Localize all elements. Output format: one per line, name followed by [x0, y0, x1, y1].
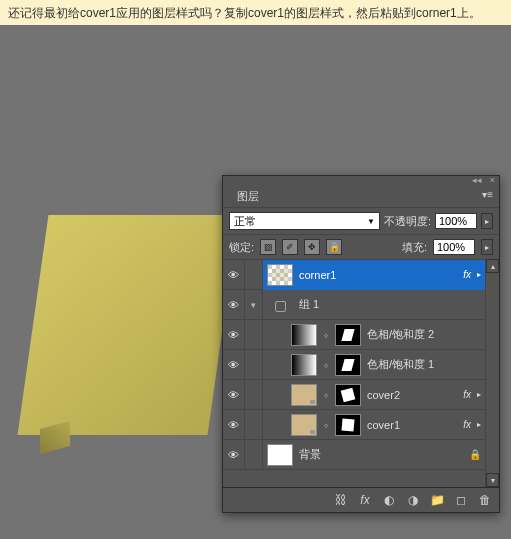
layer-list: 👁 corner1 fx ▸ 👁 ▾ ▢ 组 1 👁	[223, 259, 485, 487]
document-preview	[18, 215, 239, 435]
fx-badge[interactable]: fx	[463, 269, 471, 280]
fx-badge[interactable]: fx	[463, 389, 471, 400]
link-icon: ⬨	[323, 419, 329, 430]
layer-name: cover2	[367, 389, 457, 401]
panel-topbar: ◂◂ ×	[223, 176, 499, 184]
eye-icon[interactable]: 👁	[223, 260, 245, 290]
mask-thumbnail	[335, 324, 361, 346]
link-col[interactable]	[245, 320, 263, 350]
mask-thumbnail	[335, 354, 361, 376]
chevron-down-icon: ▼	[367, 217, 375, 226]
opacity-input[interactable]: 100%	[435, 213, 477, 229]
layer-name: 色相/饱和度 2	[367, 327, 481, 342]
eye-icon[interactable]: 👁	[223, 440, 245, 470]
layers-tab[interactable]: 图层	[227, 186, 269, 207]
link-col[interactable]	[245, 380, 263, 410]
lock-transparent-icon[interactable]: ▨	[260, 239, 276, 255]
lock-pixels-icon[interactable]: ✐	[282, 239, 298, 255]
opacity-label: 不透明度:	[384, 214, 431, 229]
layer-row[interactable]: 👁 ▾ ▢ 组 1	[223, 289, 485, 319]
hint-bar: 还记得最初给cover1应用的图层样式吗？复制cover1的图层样式，然后粘贴到…	[0, 0, 511, 28]
link-col[interactable]	[245, 350, 263, 380]
fx-badge[interactable]: fx	[463, 419, 471, 430]
layer-name: cover1	[367, 419, 457, 431]
panel-menu-icon[interactable]: ▾≡	[476, 186, 499, 207]
collapse-icon[interactable]: ◂◂	[472, 175, 482, 185]
fx-button[interactable]: fx	[354, 491, 376, 509]
close-icon[interactable]: ×	[490, 175, 495, 185]
layer-thumbnail	[291, 414, 317, 436]
layer-thumbnail	[291, 384, 317, 406]
layer-name: corner1	[299, 269, 457, 281]
link-icon: ⬨	[323, 389, 329, 400]
layer-row[interactable]: 👁 ⬨ 色相/饱和度 1	[223, 349, 485, 379]
mask-thumbnail	[335, 414, 361, 436]
layer-thumbnail	[267, 444, 293, 466]
layer-row[interactable]: 👁 背景 🔒	[223, 439, 485, 469]
layer-thumbnail	[291, 354, 317, 376]
link-layers-button[interactable]: ⛓	[330, 491, 352, 509]
folder-icon: ▢	[267, 294, 293, 316]
layer-row[interactable]: 👁 ⬨ cover1 fx ▸	[223, 409, 485, 439]
scroll-down-icon[interactable]: ▾	[486, 473, 499, 487]
scroll-up-icon[interactable]: ▴	[486, 259, 499, 273]
link-col[interactable]	[245, 440, 263, 470]
layers-panel: ◂◂ × 图层 ▾≡ 正常 ▼ 不透明度: 100% ▸ 锁定: ▨ ✐ ✥ 🔒…	[222, 175, 500, 513]
link-col[interactable]	[245, 260, 263, 290]
lock-label: 锁定:	[229, 240, 254, 255]
group-toggle-icon[interactable]: ▾	[245, 290, 263, 320]
layer-row[interactable]: 👁 ⬨ cover2 fx ▸	[223, 379, 485, 409]
fill-stepper[interactable]: ▸	[481, 239, 493, 255]
delete-button[interactable]: 🗑	[474, 491, 496, 509]
layer-thumbnail	[267, 264, 293, 286]
eye-icon[interactable]: 👁	[223, 380, 245, 410]
mask-button[interactable]: ◐	[378, 491, 400, 509]
lock-icon: 🔒	[469, 449, 481, 460]
eye-icon[interactable]: 👁	[223, 350, 245, 380]
layer-name: 背景	[299, 447, 463, 462]
adjustment-button[interactable]: ◑	[402, 491, 424, 509]
new-layer-button[interactable]: ◻	[450, 491, 472, 509]
eye-icon[interactable]: 👁	[223, 320, 245, 350]
group-button[interactable]: 📁	[426, 491, 448, 509]
scrollbar[interactable]: ▴ ▾	[485, 259, 499, 487]
mask-thumbnail	[335, 384, 361, 406]
layer-row[interactable]: 👁 ⬨ 色相/饱和度 2	[223, 319, 485, 349]
link-icon: ⬨	[323, 329, 329, 340]
eye-icon[interactable]: 👁	[223, 290, 245, 320]
panel-footer: ⛓ fx ◐ ◑ 📁 ◻ 🗑	[223, 487, 499, 512]
blend-mode-value: 正常	[234, 214, 256, 229]
fx-expand-icon[interactable]: ▸	[477, 420, 481, 429]
fx-expand-icon[interactable]: ▸	[477, 270, 481, 279]
lock-position-icon[interactable]: ✥	[304, 239, 320, 255]
fx-expand-icon[interactable]: ▸	[477, 390, 481, 399]
link-col[interactable]	[245, 410, 263, 440]
layer-row[interactable]: 👁 corner1 fx ▸	[223, 259, 485, 289]
lock-all-icon[interactable]: 🔒	[326, 239, 342, 255]
blend-mode-select[interactable]: 正常 ▼	[229, 212, 380, 230]
layer-name: 色相/饱和度 1	[367, 357, 481, 372]
eye-icon[interactable]: 👁	[223, 410, 245, 440]
layer-thumbnail	[291, 324, 317, 346]
opacity-stepper[interactable]: ▸	[481, 213, 493, 229]
layer-name: 组 1	[299, 297, 481, 312]
fill-label: 填充:	[402, 240, 427, 255]
fill-input[interactable]: 100%	[433, 239, 475, 255]
link-icon: ⬨	[323, 359, 329, 370]
